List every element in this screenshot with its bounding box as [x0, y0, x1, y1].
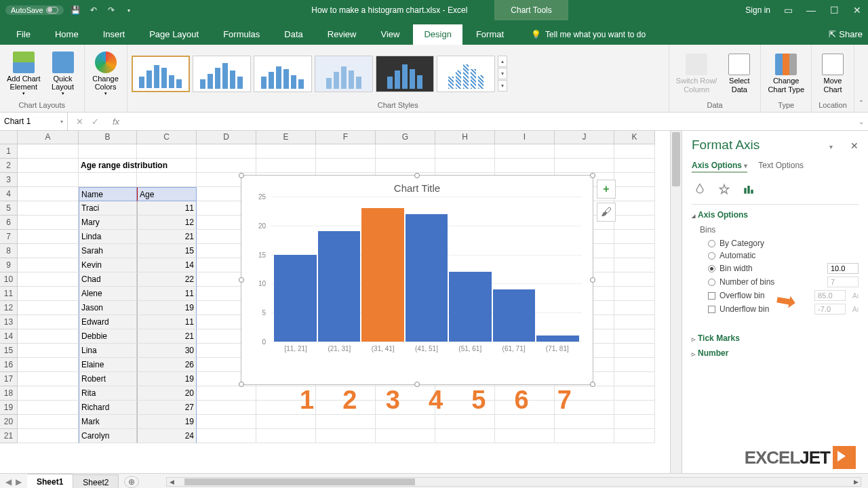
row-header[interactable]: 4 — [0, 187, 18, 201]
histogram-bar[interactable] — [274, 255, 317, 342]
cell[interactable] — [18, 216, 79, 230]
cell[interactable]: 26 — [137, 358, 197, 372]
chart-handle[interactable] — [414, 173, 420, 178]
row-header[interactable]: 10 — [0, 272, 18, 287]
cell[interactable] — [18, 287, 79, 301]
change-chart-type-button[interactable]: Change Chart Type — [765, 47, 807, 100]
column-header[interactable]: F — [316, 131, 376, 144]
chart-title[interactable]: Chart Title — [241, 176, 593, 197]
cell[interactable]: Elaine — [79, 358, 137, 372]
cell[interactable] — [614, 144, 655, 159]
cell[interactable]: 21 — [137, 230, 197, 244]
cell[interactable] — [79, 173, 137, 187]
cell[interactable] — [495, 159, 555, 173]
chart-handle[interactable] — [590, 173, 595, 178]
cell[interactable] — [197, 415, 256, 429]
radio-icon[interactable] — [708, 240, 715, 247]
cell[interactable] — [18, 386, 79, 401]
tab-insert[interactable]: Insert — [92, 24, 136, 45]
cell[interactable]: Lina — [79, 344, 137, 358]
tab-formulas[interactable]: Formulas — [212, 24, 271, 45]
cell[interactable]: Edward — [79, 315, 137, 329]
cell[interactable] — [18, 429, 79, 443]
bins-by-category-row[interactable]: By Category — [708, 239, 859, 248]
cell[interactable]: Alene — [79, 287, 137, 301]
qat-dropdown-icon[interactable]: ▾ — [123, 5, 134, 16]
cell[interactable] — [555, 159, 614, 173]
cell[interactable] — [18, 144, 79, 159]
cell[interactable]: 30 — [137, 344, 197, 358]
chart-handle[interactable] — [239, 173, 244, 178]
cell[interactable] — [316, 415, 376, 429]
column-header[interactable]: B — [79, 131, 137, 144]
chart-elements-button[interactable]: + — [597, 180, 616, 199]
tell-me-search[interactable]: 💡 Tell me what you want to do — [531, 30, 646, 45]
number-section-header[interactable]: Number — [692, 348, 859, 358]
move-chart-button[interactable]: Move Chart — [816, 47, 850, 100]
column-header[interactable]: K — [614, 131, 655, 144]
cell[interactable]: 11 — [137, 287, 197, 301]
histogram-bar[interactable] — [536, 336, 579, 342]
histogram-chart[interactable]: Chart Title 0510152025 [11, 21](21, 31](… — [241, 175, 593, 385]
tab-view[interactable]: View — [370, 24, 410, 45]
hscroll-thumb[interactable] — [184, 479, 415, 485]
histogram-bar[interactable] — [406, 214, 448, 342]
hscroll-right-icon[interactable]: ▶ — [851, 479, 861, 485]
share-button[interactable]: ⇱ Share — [829, 29, 863, 45]
cell[interactable]: 19 — [137, 301, 197, 315]
cell[interactable] — [376, 159, 435, 173]
format-pane-close-icon[interactable]: ✕ — [850, 140, 859, 151]
histogram-bar[interactable] — [361, 208, 404, 342]
radio-icon[interactable] — [708, 279, 715, 286]
add-chart-element-button[interactable]: Add Chart Element▾ — [4, 47, 43, 100]
cell[interactable] — [614, 301, 655, 315]
axis-options-icon[interactable] — [741, 181, 757, 197]
cell[interactable] — [18, 244, 79, 258]
axis-options-section-header[interactable]: Axis Options — [692, 210, 859, 220]
row-header[interactable]: 1 — [0, 144, 18, 159]
cell[interactable] — [614, 415, 655, 429]
histogram-bar[interactable] — [449, 272, 492, 342]
row-header[interactable]: 3 — [0, 173, 18, 187]
minimize-icon[interactable]: — — [806, 5, 816, 16]
chart-style-3[interactable] — [254, 56, 312, 92]
cell[interactable] — [18, 258, 79, 272]
cell[interactable] — [79, 144, 137, 159]
tab-format[interactable]: Format — [465, 24, 515, 45]
cell[interactable]: 21 — [137, 329, 197, 344]
column-header[interactable]: I — [495, 131, 555, 144]
row-header[interactable]: 2 — [0, 159, 18, 173]
cell[interactable] — [18, 401, 79, 415]
chart-handle[interactable] — [590, 382, 595, 387]
checkbox-icon[interactable] — [708, 306, 715, 313]
cell[interactable] — [316, 159, 376, 173]
cell[interactable] — [18, 301, 79, 315]
row-header[interactable]: 16 — [0, 358, 18, 372]
cell[interactable] — [18, 372, 79, 386]
text-options-tab[interactable]: Text Options — [758, 159, 804, 173]
name-box[interactable]: Chart 1 ▾ — [0, 113, 68, 130]
row-header[interactable]: 17 — [0, 372, 18, 386]
cell[interactable] — [18, 272, 79, 287]
row-header[interactable]: 21 — [0, 429, 18, 443]
chart-y-axis[interactable]: 0510152025 — [252, 197, 269, 342]
cell[interactable] — [18, 315, 79, 329]
cell[interactable] — [18, 187, 79, 201]
cell[interactable]: Traci — [79, 201, 137, 216]
chart-handle[interactable] — [239, 277, 244, 283]
cell[interactable] — [137, 159, 197, 173]
row-headers[interactable]: 123456789101112131415161718192021 — [0, 144, 18, 443]
cell[interactable] — [137, 173, 197, 187]
cell[interactable] — [495, 429, 555, 443]
cell[interactable] — [435, 429, 495, 443]
number-of-bins-input[interactable] — [827, 277, 859, 287]
tab-page-layout[interactable]: Page Layout — [138, 24, 210, 45]
cell[interactable] — [197, 401, 256, 415]
cell[interactable]: Mary — [79, 216, 137, 230]
cell[interactable] — [614, 386, 655, 401]
cell[interactable] — [614, 315, 655, 329]
cell[interactable] — [18, 329, 79, 344]
tab-file[interactable]: File — [5, 24, 41, 45]
column-header[interactable]: G — [376, 131, 435, 144]
cell[interactable] — [18, 201, 79, 216]
